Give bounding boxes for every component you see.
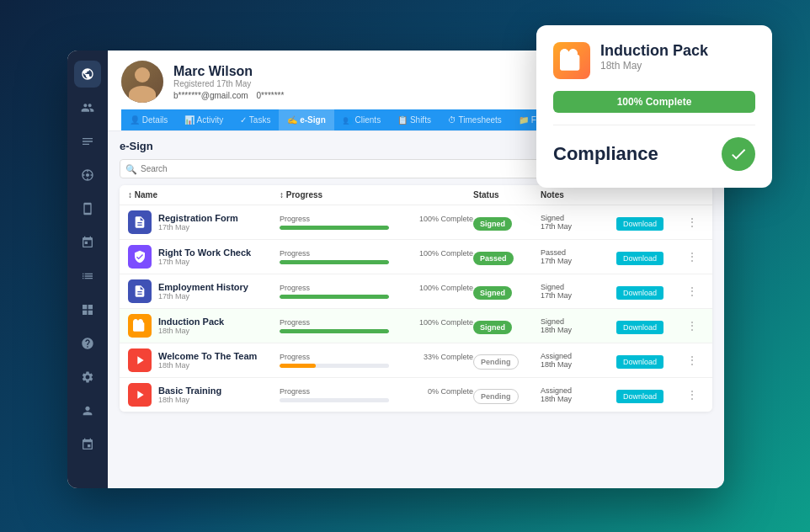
notes-cell: Signed 17th May (541, 283, 616, 300)
popup-divider (553, 125, 755, 125)
sidebar (67, 51, 108, 488)
profile-email: b*******@gmail.com (173, 91, 248, 100)
avatar (121, 61, 163, 103)
doc-name-text: Basic Training (158, 386, 221, 396)
tab-clients[interactable]: 👥 Clients (334, 109, 389, 130)
table-row-induction: Induction Pack 18th May Progress 100% Co… (120, 309, 712, 343)
notes-cell: Assigned 18th May (541, 352, 616, 369)
progress-bar-bg (280, 398, 389, 402)
sidebar-icon-wave[interactable] (74, 128, 101, 155)
sidebar-icon-mobile[interactable] (74, 195, 101, 222)
download-button[interactable]: Download (616, 321, 663, 334)
doc-name-text: Employment History (158, 282, 248, 292)
col-notes: Notes (541, 190, 616, 200)
doc-icon-induction (128, 314, 152, 338)
status-badge-pending: Pending (473, 389, 519, 404)
status-badge-signed: Signed (473, 217, 512, 231)
more-cell: ⋮ (684, 284, 704, 299)
tab-activity[interactable]: 📊 Activity (176, 109, 232, 130)
col-progress: ↕ Progress (280, 190, 473, 200)
progress-cell: Progress 100% Complete (280, 249, 473, 264)
progress-bar-fill (280, 260, 389, 264)
status-cell: Pending (473, 353, 541, 368)
doc-icon-employment (128, 279, 152, 303)
progress-bar-bg (280, 295, 389, 299)
sidebar-icon-users[interactable] (74, 94, 101, 121)
profile-contacts: b*******@gmail.com 0******* (173, 91, 284, 100)
popup-header: Induction Pack 18th May (553, 42, 755, 79)
more-button[interactable]: ⋮ (684, 354, 701, 367)
more-button[interactable]: ⋮ (684, 388, 701, 402)
table-header: ↕ Name ↕ Progress Status Notes (120, 185, 712, 205)
tab-shifts[interactable]: 📋 Shifts (389, 109, 440, 130)
popup-date: 18th May (600, 60, 708, 72)
progress-bar-bg (280, 226, 389, 230)
tab-details[interactable]: 👤 Details (121, 109, 176, 130)
tab-esign[interactable]: ✍ e-Sign (279, 109, 333, 130)
tab-tasks[interactable]: ✓ Tasks (232, 109, 279, 130)
table-row: Registration Form 17th May Progress 100%… (120, 205, 712, 240)
popup-icon (553, 42, 590, 79)
doc-date: 17th May (158, 258, 251, 266)
status-badge-passed: Passed (473, 252, 514, 265)
sidebar-icon-grid[interactable] (74, 296, 101, 323)
more-button[interactable]: ⋮ (684, 250, 701, 263)
progress-label: Progress 100% Complete (280, 249, 473, 258)
sidebar-icon-globe[interactable] (74, 61, 101, 88)
profile-info: Marc Wilson Registered 17th May b*******… (173, 64, 284, 100)
progress-bar-fill (280, 364, 316, 368)
progress-label: Progress 0% Complete (280, 387, 473, 396)
doc-name-text: Induction Pack (158, 317, 224, 327)
doc-date: 17th May (158, 292, 248, 301)
tab-timesheets[interactable]: ⏱ Timesheets (440, 109, 510, 130)
check-circle-icon (722, 137, 755, 171)
doc-date: 18th May (158, 327, 224, 335)
download-button[interactable]: Download (616, 286, 663, 300)
progress-bar-fill (280, 226, 389, 230)
sidebar-icon-gear[interactable] (74, 364, 101, 391)
progress-bar-bg (280, 329, 389, 333)
more-button[interactable]: ⋮ (684, 215, 701, 229)
download-button[interactable]: Download (616, 217, 663, 231)
document-table: ↕ Name ↕ Progress Status Notes (120, 185, 712, 412)
more-button[interactable]: ⋮ (684, 285, 701, 298)
profile-phone: 0******* (257, 91, 285, 100)
search-icon: 🔍 (125, 163, 137, 174)
download-cell: Download (616, 318, 684, 334)
download-cell: Download (616, 387, 684, 403)
sidebar-icon-calendar[interactable] (74, 229, 101, 256)
sidebar-icon-network[interactable] (74, 431, 101, 458)
status-badge-signed: Signed (473, 321, 512, 334)
sidebar-icon-help[interactable] (74, 330, 101, 357)
popup-title-area: Induction Pack 18th May (600, 42, 708, 72)
doc-icon-rtw (128, 245, 152, 269)
doc-icon-registration (128, 210, 152, 234)
download-button[interactable]: Download (616, 252, 663, 265)
table-row: Welcome To The Team 18th May Progress 33… (120, 343, 712, 378)
col-status: Status (473, 190, 541, 200)
sidebar-icon-settings[interactable] (74, 162, 101, 189)
popup-card: Induction Pack 18th May 100% Complete Co… (536, 25, 772, 188)
status-cell: Signed (473, 284, 541, 299)
popup-compliance-row: Compliance (553, 137, 755, 171)
progress-cell: Progress 100% Complete (280, 284, 473, 299)
doc-name-cell: Welcome To The Team 18th May (128, 348, 280, 372)
download-button[interactable]: Download (616, 390, 663, 403)
progress-cell: Progress 100% Complete (280, 318, 473, 333)
col-action (616, 190, 684, 200)
sidebar-icon-list[interactable] (74, 263, 101, 290)
download-cell: Download (616, 284, 684, 300)
more-button[interactable]: ⋮ (684, 319, 701, 332)
sidebar-icon-person[interactable] (74, 397, 101, 424)
popup-progress-bar: 100% Complete (553, 91, 755, 113)
progress-label: Progress 100% Complete (280, 284, 473, 292)
doc-date: 17th May (158, 223, 238, 231)
doc-name-text: Right To Work Check (158, 247, 251, 258)
profile-registered: Registered 17th May (173, 79, 284, 88)
popup-title: Induction Pack (600, 42, 708, 60)
progress-cell: Progress 33% Complete (280, 353, 473, 368)
download-cell: Download (616, 215, 684, 231)
download-button[interactable]: Download (616, 355, 663, 369)
scene: Marc Wilson Registered 17th May b*******… (0, 0, 810, 532)
notes-cell: Assigned 18th May (541, 386, 616, 403)
